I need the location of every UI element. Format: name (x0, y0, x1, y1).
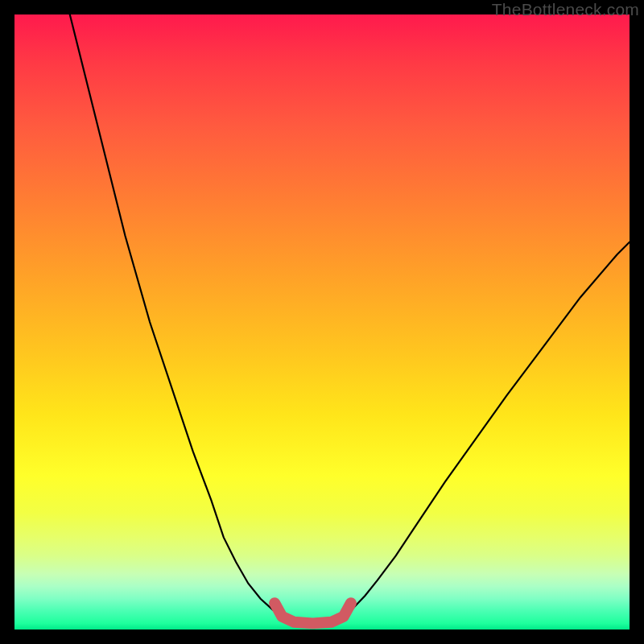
left-curve (70, 14, 283, 617)
watermark-text: TheBottleneck.com (492, 0, 639, 19)
curves-svg (14, 14, 630, 630)
chart-frame: TheBottleneck.com (0, 0, 644, 644)
right-curve (344, 242, 630, 617)
plot-area (14, 14, 630, 630)
highlight-segment (275, 603, 351, 623)
